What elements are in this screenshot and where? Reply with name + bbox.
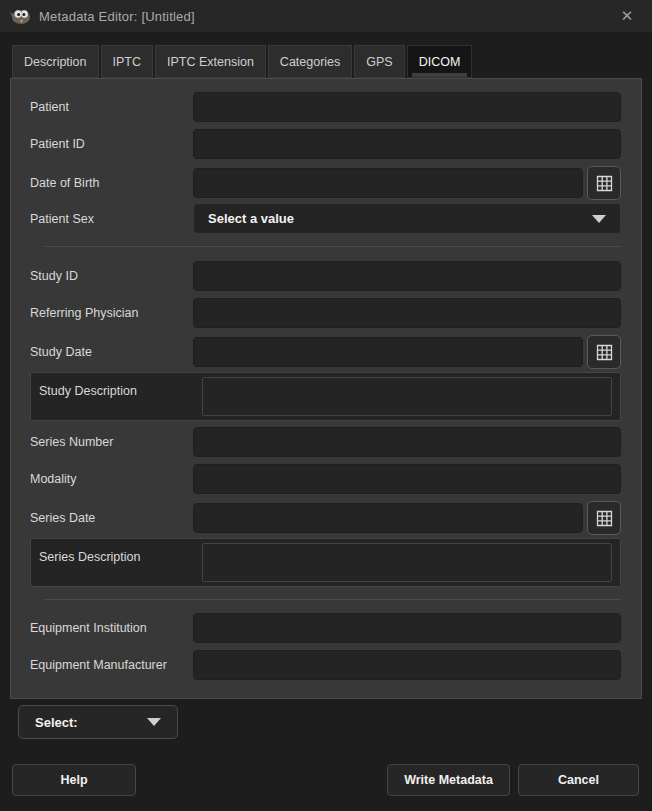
form-row-referring-physician: Referring Physician: [30, 298, 621, 328]
patient-id-input[interactable]: [193, 129, 621, 159]
modality-label: Modality: [30, 472, 193, 486]
form-row-modality: Modality: [30, 464, 621, 494]
form-row-series-date: Series Date: [30, 501, 621, 535]
section-separator: [44, 599, 621, 600]
tab-dicom[interactable]: DICOM: [407, 45, 473, 78]
form-row-equipment-institution: Equipment Institution: [30, 613, 621, 643]
series-number-label: Series Number: [30, 435, 193, 449]
equipment-institution-label: Equipment Institution: [30, 621, 193, 635]
study-id-input[interactable]: [193, 261, 621, 291]
form-row-study-date: Study Date: [30, 335, 621, 369]
study-date-input[interactable]: [193, 337, 583, 367]
referring-physician-input[interactable]: [193, 298, 621, 328]
date-of-birth-calendar-button[interactable]: [587, 166, 621, 200]
calendar-grid-icon: [596, 510, 613, 527]
equipment-manufacturer-input[interactable]: [193, 650, 621, 680]
chevron-down-icon: [147, 718, 161, 726]
active-tab-indicator: [412, 73, 468, 77]
form-row-patient: Patient: [30, 92, 621, 122]
tab-gps[interactable]: GPS: [354, 45, 404, 78]
tab-iptc[interactable]: IPTC: [101, 45, 153, 78]
form-row-patient-id: Patient ID: [30, 129, 621, 159]
cancel-button[interactable]: Cancel: [518, 764, 639, 796]
tab-description[interactable]: Description: [12, 45, 99, 78]
series-date-calendar-button[interactable]: [587, 501, 621, 535]
tab-strip: Description IPTC IPTC Extension Categori…: [12, 45, 642, 78]
section-separator: [44, 246, 621, 247]
study-date-calendar-button[interactable]: [587, 335, 621, 369]
form-row-date-of-birth: Date of Birth: [30, 166, 621, 200]
tab-categories[interactable]: Categories: [268, 45, 352, 78]
calendar-grid-icon: [596, 175, 613, 192]
form-row-study-description: Study Description: [30, 372, 621, 421]
patient-sex-value: Select a value: [208, 211, 294, 226]
metadata-select-dropdown[interactable]: Select:: [18, 705, 178, 739]
form-row-series-number: Series Number: [30, 427, 621, 457]
study-date-label: Study Date: [30, 345, 193, 359]
patient-sex-select[interactable]: Select a value: [193, 203, 621, 234]
close-icon[interactable]: ✕: [612, 0, 642, 32]
patient-input[interactable]: [193, 92, 621, 122]
window-title: Metadata Editor: [Untitled]: [39, 9, 195, 24]
dialog-button-row: Help Write Metadata Cancel: [0, 764, 652, 796]
equipment-manufacturer-label: Equipment Manufacturer: [30, 658, 193, 672]
study-id-label: Study ID: [30, 269, 193, 283]
write-metadata-button[interactable]: Write Metadata: [387, 764, 510, 796]
form-row-equipment-manufacturer: Equipment Manufacturer: [30, 650, 621, 680]
patient-sex-label: Patient Sex: [30, 212, 193, 226]
form-row-study-id: Study ID: [30, 261, 621, 291]
metadata-select-label: Select:: [35, 715, 78, 730]
equipment-institution-input[interactable]: [193, 613, 621, 643]
chevron-down-icon: [592, 215, 606, 223]
gimp-wilber-icon: [10, 7, 32, 25]
series-description-label: Series Description: [39, 543, 202, 582]
series-number-input[interactable]: [193, 427, 621, 457]
series-date-input[interactable]: [193, 503, 583, 533]
date-of-birth-input[interactable]: [193, 168, 583, 198]
form-row-series-description: Series Description: [30, 538, 621, 587]
study-description-label: Study Description: [39, 377, 202, 416]
patient-label: Patient: [30, 100, 193, 114]
series-date-label: Series Date: [30, 511, 193, 525]
tab-iptc-extension[interactable]: IPTC Extension: [155, 45, 266, 78]
date-of-birth-label: Date of Birth: [30, 176, 193, 190]
referring-physician-label: Referring Physician: [30, 306, 193, 320]
title-bar: Metadata Editor: [Untitled] ✕: [0, 0, 652, 32]
calendar-grid-icon: [596, 344, 613, 361]
form-row-patient-sex: Patient Sex Select a value: [30, 203, 621, 234]
modality-input[interactable]: [193, 464, 621, 494]
help-button[interactable]: Help: [12, 764, 136, 796]
study-description-textarea[interactable]: [202, 377, 612, 416]
metadata-editor-window: Metadata Editor: [Untitled] ✕ Descriptio…: [0, 0, 652, 811]
patient-id-label: Patient ID: [30, 137, 193, 151]
series-description-textarea[interactable]: [202, 543, 612, 582]
dicom-form-panel: Patient Patient ID Date of Birth Patient…: [10, 78, 642, 699]
